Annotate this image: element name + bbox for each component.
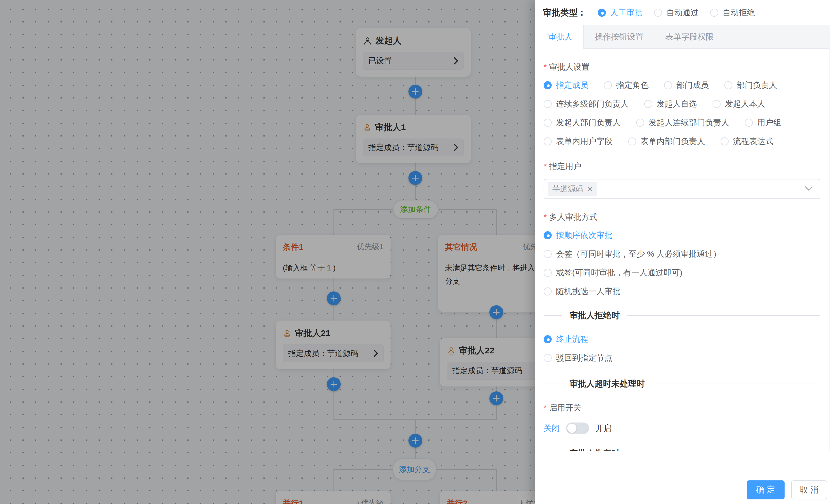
radio-auto-approve[interactable]: 自动通过 [654, 7, 699, 18]
radio-dot [544, 119, 552, 127]
approver-setting-row: 表单内用户字段 表单内部门负责人 流程表达式 [544, 136, 820, 147]
cancel-button[interactable]: 取 消 [791, 480, 827, 499]
enable-toggle[interactable] [566, 423, 589, 434]
radio-dot [654, 9, 662, 17]
radio-dot [544, 269, 552, 277]
radio-dot [544, 287, 552, 296]
radio-assigned-member[interactable]: 指定成员 [544, 80, 588, 91]
radio-item: 驳回到指定节点 [544, 352, 820, 364]
tab-button-settings[interactable]: 操作按钮设置 [584, 25, 654, 48]
radio-dot [544, 335, 552, 343]
radio-form-user-field[interactable]: 表单内用户字段 [544, 136, 613, 147]
multi-approve-label: 多人审批方式 [544, 212, 820, 222]
empty-approver-divider: 审批人为空时 [544, 448, 820, 451]
radio-dot [544, 231, 552, 239]
drawer-footer: 确 定 取 消 [535, 464, 833, 504]
approver-setting-row: 发起人部门负责人 发起人连续部门负责人 用户组 [544, 117, 820, 128]
radio-dot [710, 9, 718, 17]
radio-dept-member[interactable]: 部门成员 [664, 80, 709, 91]
tab-approver[interactable]: 审批人 [537, 25, 584, 49]
radio-sequential-approve[interactable]: 按顺序依次审批 [544, 230, 613, 241]
timeout-section-divider: 审批人超时未处理时 [544, 378, 820, 390]
radio-dept-leader[interactable]: 部门负责人 [724, 80, 777, 91]
radio-dot [644, 100, 652, 108]
radio-dot [628, 137, 636, 146]
radio-process-expression[interactable]: 流程表达式 [720, 136, 774, 147]
radio-dot [544, 100, 552, 108]
radio-countersign[interactable]: 会签（可同时审批，至少 % 人必须审批通过） [544, 249, 721, 259]
radio-manual-approve[interactable]: 人工审批 [598, 7, 642, 18]
radio-or-sign[interactable]: 或签(可同时审批，有一人通过即可) [544, 267, 683, 278]
radio-item: 或签(可同时审批，有一人通过即可) [544, 267, 820, 278]
drawer-body[interactable]: 审批人设置 指定成员 指定角色 部门成员 部门负责人 连续多级部门负责人 发起人… [537, 49, 830, 451]
toggle-knob [567, 424, 576, 433]
chevron-down-icon [805, 186, 813, 192]
radio-dot [544, 354, 552, 362]
approver-setting-row: 指定成员 指定角色 部门成员 部门负责人 [544, 79, 820, 91]
radio-dot [604, 81, 612, 89]
user-tag-text: 芋道源码 [552, 184, 584, 194]
assigned-user-label: 指定用户 [544, 161, 820, 171]
radio-dot [544, 250, 552, 258]
tab-form-field-permission[interactable]: 表单字段权限 [654, 25, 724, 48]
radio-item: 终止流程 [544, 333, 820, 345]
radio-starter-self[interactable]: 发起人本人 [713, 99, 765, 109]
radio-dot [713, 100, 720, 108]
approver-setting-row: 连续多级部门负责人 发起人自选 发起人本人 [544, 98, 820, 110]
radio-dot [544, 81, 552, 89]
radio-starter-multi-dept-leader[interactable]: 发起人连续部门负责人 [636, 117, 729, 128]
radio-item: 会签（可同时审批，至少 % 人必须审批通过） [544, 248, 820, 260]
radio-multi-level-dept-leader[interactable]: 连续多级部门负责人 [544, 99, 629, 109]
assigned-user-select[interactable]: 芋道源码 × [544, 179, 820, 199]
radio-dot [544, 137, 552, 146]
radio-dot [724, 81, 732, 89]
approval-type-row: 审批类型： 人工审批 自动通过 自动拒绝 [535, 0, 833, 25]
radio-item: 按顺序依次审批 [544, 229, 820, 241]
tag-close-icon[interactable]: × [588, 184, 593, 193]
empty-approver-title: 审批人为空时 [570, 448, 620, 451]
radio-dot [598, 9, 606, 17]
switch-on-label: 开启 [595, 423, 612, 434]
approver-setting-label: 审批人设置 [544, 62, 820, 72]
radio-dot [720, 137, 729, 146]
radio-item: 随机挑选一人审批 [544, 286, 820, 297]
radio-dot [664, 81, 672, 89]
enable-switch-label: 启用开关 [544, 403, 820, 413]
user-tag: 芋道源码 × [548, 182, 597, 196]
radio-user-group[interactable]: 用户组 [745, 117, 781, 128]
radio-terminate-process[interactable]: 终止流程 [544, 334, 588, 345]
reject-section-title: 审批人拒绝时 [570, 310, 620, 321]
radio-form-dept-leader[interactable]: 表单内部门负责人 [628, 136, 705, 147]
approver-settings-drawer: 审批类型： 人工审批 自动通过 自动拒绝 审批人 操作按钮设置 表单字段权限 审… [535, 0, 833, 504]
radio-return-to-node[interactable]: 驳回到指定节点 [544, 353, 613, 363]
radio-auto-reject[interactable]: 自动拒绝 [710, 7, 755, 18]
radio-dot [636, 119, 644, 127]
switch-off-label: 关闭 [544, 423, 560, 434]
radio-random-one[interactable]: 随机挑选一人审批 [544, 286, 621, 297]
reject-section-divider: 审批人拒绝时 [544, 310, 820, 321]
radio-dot [745, 119, 753, 127]
modal-overlay[interactable] [0, 0, 535, 504]
timeout-section-title: 审批人超时未处理时 [570, 378, 645, 390]
drawer-tabs: 审批人 操作按钮设置 表单字段权限 [537, 25, 830, 49]
confirm-button[interactable]: 确 定 [747, 480, 785, 499]
radio-assigned-role[interactable]: 指定角色 [604, 80, 648, 91]
drawer-gap [535, 451, 833, 464]
radio-starter-dept-leader[interactable]: 发起人部门负责人 [544, 117, 621, 128]
enable-switch-row: 关闭 开启 [544, 421, 820, 435]
radio-starter-select[interactable]: 发起人自选 [644, 99, 697, 109]
approval-type-label: 审批类型： [543, 7, 586, 19]
